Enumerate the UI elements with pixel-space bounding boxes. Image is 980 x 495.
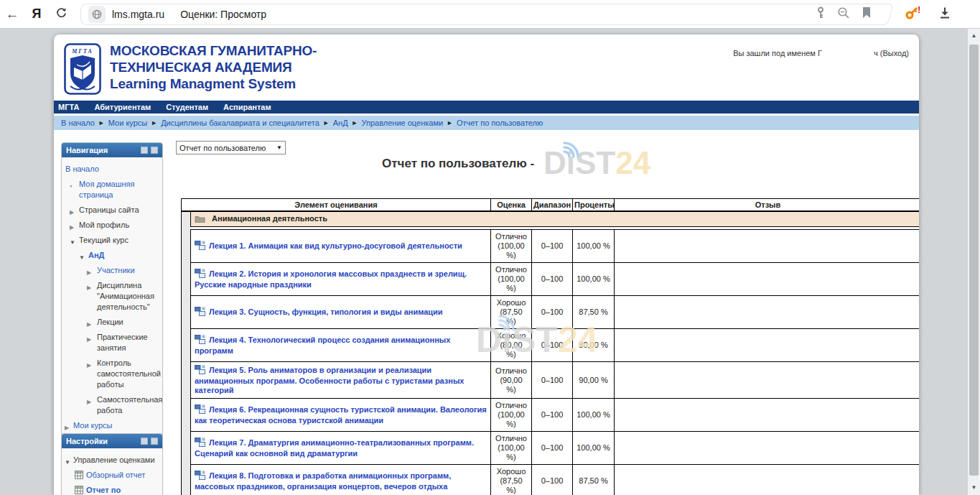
indent-cell — [182, 465, 191, 495]
category-row: Анимационная деятельность — [182, 211, 920, 227]
range-cell: 0–100 — [532, 362, 573, 399]
bullet-icon: ▪ — [70, 181, 72, 192]
logout-link[interactable]: (Выход) — [880, 49, 909, 57]
downloads-icon[interactable] — [938, 6, 952, 23]
menu-item-mgta[interactable]: МГТА — [58, 103, 79, 111]
menu-item-studentam[interactable]: Студентам — [166, 103, 208, 111]
report-type-select[interactable]: Отчет по пользователю ▼ — [176, 141, 286, 154]
indent-cell — [182, 230, 191, 263]
col-header-percent: Проценты — [573, 199, 615, 212]
chevron-right-icon[interactable]: ▶ — [87, 282, 91, 293]
percent-cell: 100,00 % — [573, 399, 615, 432]
reload-icon — [55, 6, 67, 19]
page-scrollbar[interactable]: ▲ ▼ — [968, 29, 980, 495]
site-globe-icon — [88, 6, 106, 23]
grade-cell: Отлично(100,00 %) — [491, 432, 532, 465]
chevron-down-icon[interactable]: ▼ — [79, 252, 85, 263]
chevron-right-icon[interactable]: ▶ — [70, 207, 74, 218]
chevron-right-icon[interactable]: ▶ — [87, 334, 91, 345]
grade-item-link[interactable]: Лекция 8. Подготовка и разработка анимац… — [195, 471, 451, 491]
password-alert-icon[interactable]: ! — [905, 5, 922, 24]
category-label: Анимационная деятельность — [212, 214, 327, 223]
grade-item-link[interactable]: Лекция 1. Анимация как вид культурно-дос… — [209, 241, 462, 250]
grade-item-link[interactable]: Лекция 3. Сущность, функция, типология и… — [209, 307, 443, 316]
col-header-range: Диапазон — [532, 199, 573, 212]
settings-item-user-report[interactable]: Отчет по пользователю — [62, 483, 160, 495]
sidebar-item-my-courses[interactable]: ▶Мои курсы — [62, 418, 160, 433]
breadcrumb-grades[interactable]: Управление оценками — [362, 119, 444, 127]
password-key-icon[interactable] — [816, 6, 826, 22]
col-header-grade: Оценка — [491, 199, 532, 212]
breadcrumb-and[interactable]: АнД — [333, 119, 348, 127]
breadcrumb-user-report[interactable]: Отчет по пользователю — [457, 119, 543, 127]
chevron-right-icon[interactable]: ▶ — [87, 319, 91, 330]
navigation-block-header: Навигация — [62, 143, 162, 157]
col-header-feedback: Отзыв — [615, 199, 920, 212]
table-row: Лекция 4. Технологический процесс создан… — [182, 329, 920, 362]
breadcrumb-home[interactable]: В начало — [61, 119, 95, 127]
chevron-right-icon[interactable]: ▶ — [70, 222, 74, 233]
chevron-down-icon[interactable]: ▼ — [70, 237, 75, 248]
sidebar-item-site-pages[interactable]: ▶Страницы сайта — [62, 203, 160, 218]
login-name-tail: ч — [874, 49, 878, 57]
table-row: Лекция 2. История и хронология массовых … — [182, 263, 920, 296]
sidebar-item-my-home[interactable]: ▪Моя домашняя страница — [62, 177, 160, 203]
lesson-icon — [195, 335, 205, 346]
chevron-right-icon[interactable]: ▶ — [87, 360, 91, 371]
chevron-down-icon[interactable]: ▼ — [65, 457, 70, 468]
sidebar-item-discipline[interactable]: ▶Дисциплина "Анимационная деятельность" — [62, 278, 160, 315]
range-cell: 0–100 — [532, 263, 573, 296]
chevron-right-icon[interactable]: ▶ — [87, 267, 91, 278]
breadcrumb-bachelor[interactable]: Дисциплины бакалавриата и специалитета — [161, 119, 319, 127]
grade-item-link[interactable]: Лекция 6. Рекреационная сущность туристс… — [195, 405, 487, 425]
university-logo: МГТА — [64, 43, 101, 98]
collapse-block-icon[interactable] — [141, 147, 148, 154]
menu-item-aspirantam[interactable]: Аспирантам — [223, 103, 271, 111]
grade-cell: Хорошо(87,50 %) — [491, 296, 532, 329]
sidebar-item-participants[interactable]: ▶Участники — [62, 263, 160, 278]
grade-item-link[interactable]: Лекция 5. Роль аниматоров в организации … — [195, 366, 465, 394]
scrollbar-thumb[interactable] — [969, 45, 979, 476]
sidebar-item-selfwork[interactable]: ▶Самостоятельная работа — [62, 392, 160, 418]
bookmark-icon[interactable] — [862, 6, 872, 22]
menu-item-abiturientam[interactable]: Абитуриентам — [94, 103, 151, 111]
collapse-block-icon[interactable] — [141, 438, 148, 445]
chevron-right-icon[interactable]: ▶ — [65, 422, 69, 433]
grade-report-icon — [75, 471, 83, 482]
url-text[interactable]: lms.mgta.ru — [112, 9, 164, 20]
sidebar-item-control[interactable]: ▶Контроль самостоятельной работы — [62, 356, 160, 392]
login-status: Вы зашли под именем Гч (Выход) — [733, 49, 909, 57]
sidebar-item-current-course[interactable]: ▼Текущий курс — [62, 233, 160, 248]
table-row: Лекция 5. Роль аниматоров в организации … — [182, 362, 920, 399]
percent-cell: 100,00 % — [573, 230, 615, 263]
sidebar-item-lectures[interactable]: ▶Лекции — [62, 315, 160, 330]
reload-button[interactable] — [49, 6, 73, 22]
settings-item-grade-admin[interactable]: ▼Управление оценками — [62, 453, 160, 468]
grade-item-link[interactable]: Лекция 2. История и хронология массовых … — [195, 269, 467, 289]
dock-block-icon[interactable] — [151, 438, 158, 445]
feedback-cell — [615, 296, 920, 329]
dock-block-icon[interactable] — [151, 147, 158, 154]
yandex-logo-icon[interactable]: Я — [24, 6, 49, 22]
address-bar[interactable]: lms.mgta.ru Оценки: Просмотр — [80, 4, 885, 25]
sidebar-item-home[interactable]: В начало — [62, 162, 160, 177]
grade-item-link[interactable]: Лекция 7. Драматургия анимационно-театра… — [195, 438, 474, 458]
scroll-down-icon[interactable]: ▼ — [968, 482, 980, 494]
sidebar-item-and-course[interactable]: ▼АнД — [62, 248, 160, 263]
settings-block-header: Настройки — [62, 434, 162, 448]
breadcrumb-my-courses[interactable]: Мои курсы — [108, 119, 147, 127]
zoom-page-icon[interactable] — [837, 6, 850, 22]
table-row: Лекция 1. Анимация как вид культурно-дос… — [182, 230, 920, 263]
grade-item-link[interactable]: Лекция 4. Технологический процесс создан… — [195, 336, 450, 355]
user-report-table: Элемент оценивания Оценка Диапазон Проце… — [181, 198, 919, 495]
sidebar-item-my-profile[interactable]: ▶Мой профиль — [62, 218, 160, 233]
chevron-right-icon[interactable]: ▶ — [87, 397, 91, 407]
university-title: МОСКОВСКАЯ ГУМАНИТАРНО- ТЕХНИЧЕСКАЯ АКАД… — [110, 42, 317, 92]
breadcrumb-arrow-icon: ► — [147, 119, 161, 126]
indent-cell — [182, 211, 191, 227]
table-row: Лекция 3. Сущность, функция, типология и… — [182, 296, 920, 329]
back-button[interactable]: ← — [0, 6, 24, 22]
sidebar-item-practical[interactable]: ▶Практические занятия — [62, 330, 160, 356]
scroll-up-icon[interactable]: ▲ — [968, 30, 980, 42]
settings-item-overview-report[interactable]: Обзорный отчет — [62, 468, 160, 483]
